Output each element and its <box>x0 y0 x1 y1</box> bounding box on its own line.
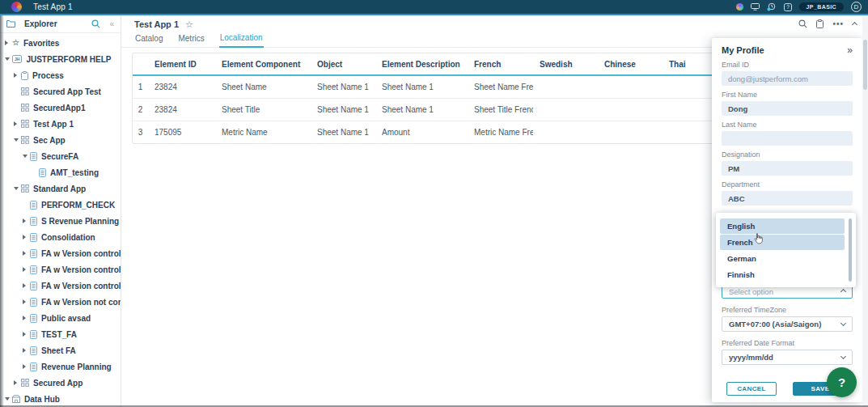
dropdown-option-english[interactable]: English <box>720 218 845 234</box>
history-icon[interactable] <box>767 2 777 11</box>
sidebar-item-test-app-1[interactable]: Test App 1 <box>0 116 121 132</box>
sidebar-item-label: Secured App Test <box>33 87 101 96</box>
sidebar-item-consolidation[interactable]: Consolidation <box>0 229 121 245</box>
user-avatar[interactable]: D <box>851 2 862 12</box>
tab-localization[interactable]: Localization <box>219 33 264 48</box>
sidebar-item-public-avsad[interactable]: Public avsad <box>0 310 121 326</box>
sidebar-item-favorites[interactable]: ☆Favorites <box>0 35 121 51</box>
sidebar-item-fa-w-version-control-fiel[interactable]: FA w Version control fiel... <box>0 261 121 278</box>
tab-metrics[interactable]: Metrics <box>177 34 205 47</box>
caret-right-icon[interactable] <box>23 348 30 353</box>
document-icon <box>30 217 37 226</box>
page-scrollbar[interactable] <box>862 15 868 407</box>
sidebar-item-data-hub[interactable]: Data Hub <box>0 391 121 405</box>
sidebar-item-sheet-fa[interactable]: Sheet FA <box>0 342 121 358</box>
sidebar-item-justperform-help[interactable]: JHJUSTPERFORM HELP <box>0 51 121 67</box>
caret-down-icon[interactable] <box>23 155 30 158</box>
column-header-element-id: Element ID <box>148 53 215 76</box>
sidebar-item-label: PERFORM_CHECK <box>41 201 115 210</box>
field-input-department[interactable]: ABC <box>722 191 853 206</box>
chevron-down-icon <box>840 320 846 325</box>
collapse-header-icon[interactable] <box>852 21 857 27</box>
caret-right-icon[interactable] <box>23 235 30 240</box>
table-cell: Sheet Name French <box>468 76 533 99</box>
favorite-star-icon[interactable]: ☆ <box>185 19 193 30</box>
sidebar-item-secured-app[interactable]: Secured App <box>0 375 121 391</box>
caret-right-icon[interactable] <box>5 40 12 45</box>
sidebar-item-revenue-planning[interactable]: Revenue Planning <box>0 358 121 375</box>
status-color-icon[interactable] <box>736 3 743 11</box>
content-search-icon[interactable] <box>798 17 807 32</box>
caret-down-icon[interactable] <box>14 187 21 190</box>
sidebar-item-label: Public avsad <box>41 314 91 323</box>
sidebar-item-fa-w-version-control-fiel[interactable]: FA w Version control fiel... <box>0 245 121 261</box>
table-cell: Sheet Name 1 <box>311 99 375 121</box>
help-square-icon[interactable]: ? <box>784 3 792 11</box>
caret-right-icon[interactable] <box>14 121 21 126</box>
caret-right-icon[interactable] <box>23 364 30 369</box>
versions-clipboard-icon[interactable] <box>816 17 824 32</box>
sidebar-item-amt-testing[interactable]: AMT_testing <box>0 164 121 180</box>
caret-down-icon[interactable] <box>5 397 12 401</box>
dropdown-option-finnish[interactable]: Finnish <box>720 267 845 282</box>
timezone-select[interactable]: GMT+07:00 (Asia/Saigon) <box>722 316 853 332</box>
sidebar-item-securefa[interactable]: SecureFA <box>0 148 121 164</box>
panel-title: My Profile <box>722 45 764 55</box>
dropdown-option-french[interactable]: French <box>720 235 845 250</box>
explorer-sidebar: Explorer « ☆FavoritesJHJUSTPERFORM HELPP… <box>0 15 121 407</box>
sidebar-item-sec-app[interactable]: Sec App <box>0 132 121 148</box>
sidebar-item-label: Test App 1 <box>33 120 74 129</box>
caret-down-icon[interactable] <box>5 57 12 61</box>
row-number: 2 <box>133 99 148 121</box>
sidebar-item-label: S Revenue Planning <box>41 217 119 226</box>
sidebar-collapse-icon[interactable]: « <box>109 19 114 28</box>
sidebar-item-standard-app[interactable]: Standard App <box>0 180 121 197</box>
table-cell <box>533 121 598 143</box>
sidebar-item-s-revenue-planning[interactable]: S Revenue Planning <box>0 213 121 229</box>
table-cell <box>598 99 663 121</box>
table-cell <box>533 99 598 121</box>
caret-right-icon[interactable] <box>23 218 30 223</box>
sidebar-item-securedapp1[interactable]: SecuredApp1 <box>0 100 121 116</box>
sidebar-item-secured-app-test[interactable]: Secured App Test <box>0 83 121 100</box>
sidebar-item-test-fa[interactable]: TEST_FA <box>0 326 121 342</box>
sidebar-item-label: Consolidation <box>41 233 95 242</box>
caret-right-icon[interactable] <box>23 332 30 337</box>
search-icon[interactable] <box>91 19 100 28</box>
caret-right-icon[interactable] <box>14 380 21 385</box>
field-input-first-name[interactable]: Dong <box>722 101 853 116</box>
caret-right-icon[interactable] <box>23 299 30 304</box>
help-button[interactable]: ? <box>827 367 857 397</box>
sidebar-item-perform-check[interactable]: PERFORM_CHECK <box>0 197 121 213</box>
sidebar-item-label: SecureFA <box>41 152 78 161</box>
table-cell: 175095 <box>148 121 215 143</box>
caret-right-icon[interactable] <box>23 316 30 320</box>
caret-right-icon[interactable] <box>23 267 30 272</box>
dropdown-option-german[interactable]: German <box>720 251 845 266</box>
sidebar-item-process[interactable]: Process <box>0 67 121 83</box>
caret-right-icon[interactable] <box>23 283 30 288</box>
app-grid-icon <box>21 184 29 193</box>
app-grid-icon <box>21 104 29 112</box>
caret-right-icon[interactable] <box>23 251 30 256</box>
tab-catalog[interactable]: Catalog <box>134 34 163 47</box>
field-input-email-id[interactable]: dong@justperform.com <box>722 71 853 86</box>
field-input-last-name[interactable] <box>722 131 853 146</box>
folder-icon <box>6 20 15 28</box>
cancel-button[interactable]: CANCEL <box>726 382 777 396</box>
field-input-designation[interactable]: PM <box>722 161 853 176</box>
document-icon <box>30 201 37 210</box>
caret-right-icon[interactable] <box>14 73 21 78</box>
my-profile-panel: My Profile » Email IDdong@justperform.co… <box>712 38 862 402</box>
more-options-icon[interactable]: ••• <box>832 22 844 27</box>
table-cell <box>598 121 663 143</box>
display-icon[interactable] <box>751 3 760 11</box>
sidebar-item-fa-w-version-not-contro[interactable]: FA w Version not contro... <box>0 294 121 310</box>
dropdown-scrollbar[interactable] <box>849 218 852 282</box>
panel-collapse-icon[interactable]: » <box>847 46 853 54</box>
document-icon <box>30 330 37 339</box>
document-icon <box>39 168 46 177</box>
caret-down-icon[interactable] <box>14 138 21 142</box>
dateformat-select[interactable]: yyyy/mm/dd <box>722 350 853 365</box>
sidebar-item-fa-w-version-control-field[interactable]: FA w Version control field <box>0 278 121 294</box>
